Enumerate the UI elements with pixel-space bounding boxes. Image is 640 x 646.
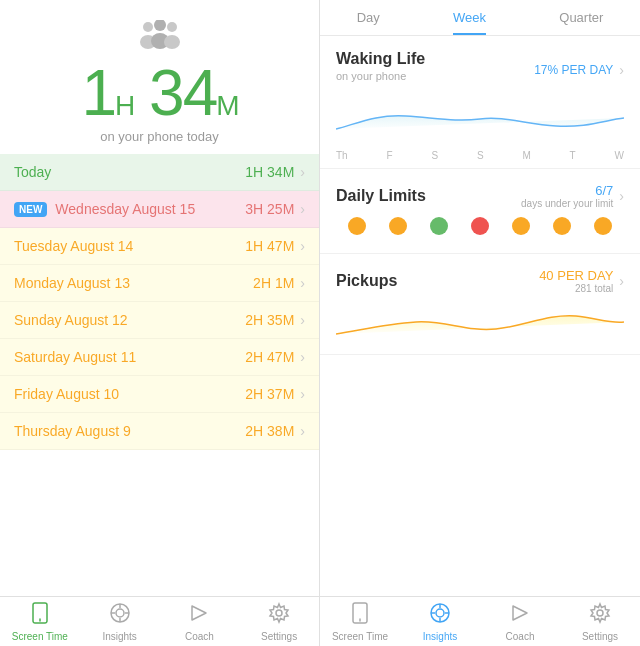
tab-settings-left[interactable]: Settings: [239, 597, 319, 646]
dot-1: [348, 217, 366, 235]
day-row-mon[interactable]: Monday August 13 2H 1M ›: [0, 265, 319, 302]
pickups-card[interactable]: Pickups 40 PER DAY 281 total ›: [320, 254, 640, 355]
svg-marker-24: [513, 606, 527, 620]
svg-point-4: [167, 22, 177, 32]
waking-life-header: Waking Life: [336, 50, 425, 68]
tab-coach-right-label: Coach: [506, 631, 535, 642]
waking-life-card[interactable]: Waking Life on your phone 17% PER DAY ›: [320, 36, 640, 169]
chevron-icon: ›: [300, 238, 305, 254]
day-row-tue[interactable]: Tuesday August 14 1H 47M ›: [0, 228, 319, 265]
day-time-wed: 3H 25M: [245, 201, 294, 217]
family-icon: [136, 20, 184, 57]
hours-unit: H: [115, 90, 133, 121]
tab-insights-left[interactable]: Insights: [80, 597, 160, 646]
tab-screen-time-left[interactable]: Screen Time: [0, 597, 80, 646]
insights-icon-left: [109, 602, 131, 629]
day-label-tue: Tuesday August 14: [14, 238, 245, 254]
chevron-icon: ›: [300, 275, 305, 291]
svg-point-15: [276, 610, 282, 616]
chevron-icon: ›: [300, 201, 305, 217]
dot-7: [594, 217, 612, 235]
dot-6: [553, 217, 571, 235]
left-tab-bar: Screen Time Insights Coach Settings: [0, 596, 319, 646]
day-row-sat[interactable]: Saturday August 11 2H 47M ›: [0, 339, 319, 376]
coach-icon-right: [509, 602, 531, 629]
waking-life-chart: Th F S S M T W: [336, 94, 624, 154]
dot-2: [389, 217, 407, 235]
day-row-thu[interactable]: Thursday August 9 2H 38M ›: [0, 413, 319, 450]
pickups-subtitle: 281 total: [539, 283, 613, 294]
day-time-sat: 2H 47M: [245, 349, 294, 365]
tab-coach-right[interactable]: Coach: [480, 597, 560, 646]
day-time-fri: 2H 37M: [245, 386, 294, 402]
minutes-unit: M: [216, 90, 237, 121]
day-time-thu: 2H 38M: [245, 423, 294, 439]
chevron-icon: ›: [300, 312, 305, 328]
minutes-value: 34: [149, 57, 216, 129]
pickups-value: 40 PER DAY: [539, 268, 613, 283]
tab-screen-time-left-label: Screen Time: [12, 631, 68, 642]
right-panel: Day Week Quarter Waking Life on your pho…: [320, 0, 640, 646]
waking-life-value: 17% PER DAY: [534, 63, 613, 77]
pickups-chevron: ›: [619, 273, 624, 289]
right-tab-bar: Screen Time Insights Coach Settings: [320, 596, 640, 646]
pickups-chart: [336, 294, 624, 344]
right-content: Waking Life on your phone 17% PER DAY ›: [320, 36, 640, 596]
daily-limits-title: Daily Limits: [336, 187, 426, 205]
tab-week[interactable]: Week: [453, 10, 486, 35]
tab-coach-left-label: Coach: [185, 631, 214, 642]
tab-insights-right-label: Insights: [423, 631, 457, 642]
tab-screen-time-right[interactable]: Screen Time: [320, 597, 400, 646]
svg-point-0: [143, 22, 153, 32]
day-time-mon: 2H 1M: [253, 275, 294, 291]
insights-icon-right: [429, 602, 451, 629]
settings-icon-right: [589, 602, 611, 629]
svg-marker-14: [192, 606, 206, 620]
day-row-sun[interactable]: Sunday August 12 2H 35M ›: [0, 302, 319, 339]
tab-settings-right[interactable]: Settings: [560, 597, 640, 646]
svg-point-5: [164, 35, 180, 49]
svg-point-2: [154, 20, 166, 31]
svg-point-9: [116, 609, 124, 617]
dot-3: [430, 217, 448, 235]
dot-5: [512, 217, 530, 235]
tab-coach-left[interactable]: Coach: [160, 597, 240, 646]
phone-icon: [31, 602, 49, 629]
day-row-wed[interactable]: NEW Wednesday August 15 3H 25M ›: [0, 191, 319, 228]
hours-value: 1: [81, 57, 115, 129]
tab-insights-right[interactable]: Insights: [400, 597, 480, 646]
tab-settings-left-label: Settings: [261, 631, 297, 642]
chevron-icon: ›: [300, 164, 305, 180]
header-section: 1H 34M on your phone today: [0, 0, 319, 154]
day-row-fri[interactable]: Friday August 10 2H 37M ›: [0, 376, 319, 413]
day-label-sat: Saturday August 11: [14, 349, 245, 365]
right-tab-row: Day Week Quarter: [320, 0, 640, 36]
day-label-mon: Monday August 13: [14, 275, 253, 291]
limits-dots-row: [336, 209, 624, 243]
day-label-wed: Wednesday August 15: [55, 201, 245, 217]
day-time-sun: 2H 35M: [245, 312, 294, 328]
day-time-tue: 1H 47M: [245, 238, 294, 254]
day-label-today: Today: [14, 164, 245, 180]
time-subtitle: on your phone today: [100, 129, 219, 144]
daily-limits-card[interactable]: Daily Limits 6/7 days under your limit ›: [320, 169, 640, 254]
dot-4: [471, 217, 489, 235]
big-time-display: 1H 34M: [81, 61, 237, 125]
day-time-today: 1H 34M: [245, 164, 294, 180]
tab-insights-left-label: Insights: [102, 631, 136, 642]
tab-day[interactable]: Day: [357, 10, 380, 35]
daily-limits-chevron: ›: [619, 188, 624, 204]
svg-point-25: [597, 610, 603, 616]
day-row-today[interactable]: Today 1H 34M ›: [0, 154, 319, 191]
days-list: Today 1H 34M › NEW Wednesday August 15 3…: [0, 154, 319, 596]
day-label-fri: Friday August 10: [14, 386, 245, 402]
chevron-icon: ›: [300, 423, 305, 439]
waking-life-title: Waking Life: [336, 50, 425, 68]
phone-icon-right: [351, 602, 369, 629]
day-label-sun: Sunday August 12: [14, 312, 245, 328]
chevron-icon: ›: [300, 349, 305, 365]
tab-quarter[interactable]: Quarter: [559, 10, 603, 35]
new-badge: NEW: [14, 202, 47, 217]
chart-labels: Th F S S M T W: [336, 150, 624, 161]
waking-life-chevron: ›: [619, 62, 624, 78]
